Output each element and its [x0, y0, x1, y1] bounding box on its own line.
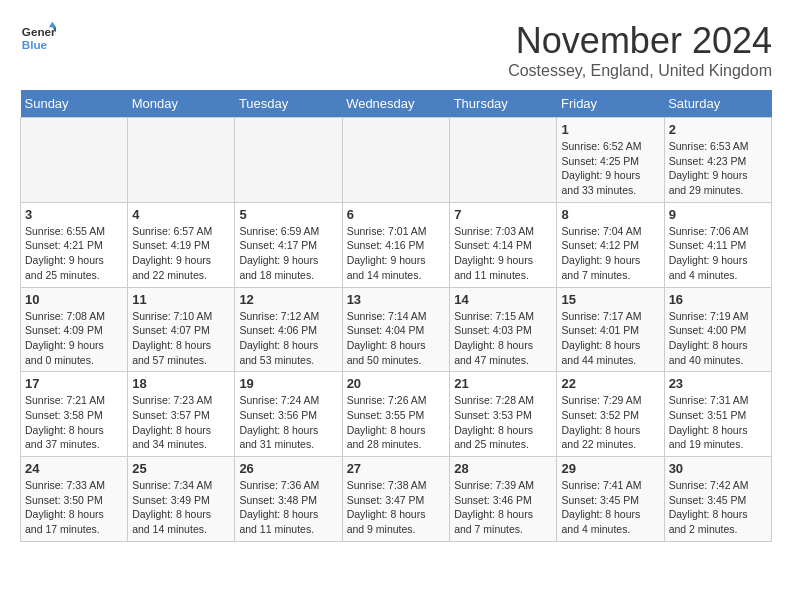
calendar-cell: 28Sunrise: 7:39 AM Sunset: 3:46 PM Dayli…: [450, 457, 557, 542]
day-number: 29: [561, 461, 659, 476]
day-info: Sunrise: 7:12 AM Sunset: 4:06 PM Dayligh…: [239, 309, 337, 368]
day-number: 24: [25, 461, 123, 476]
logo-icon: General Blue: [20, 20, 56, 56]
calendar-cell: 26Sunrise: 7:36 AM Sunset: 3:48 PM Dayli…: [235, 457, 342, 542]
day-number: 18: [132, 376, 230, 391]
calendar-cell: 16Sunrise: 7:19 AM Sunset: 4:00 PM Dayli…: [664, 287, 771, 372]
day-number: 3: [25, 207, 123, 222]
calendar-cell: 4Sunrise: 6:57 AM Sunset: 4:19 PM Daylig…: [128, 202, 235, 287]
calendar-cell: 23Sunrise: 7:31 AM Sunset: 3:51 PM Dayli…: [664, 372, 771, 457]
day-info: Sunrise: 7:23 AM Sunset: 3:57 PM Dayligh…: [132, 393, 230, 452]
calendar-cell: 10Sunrise: 7:08 AM Sunset: 4:09 PM Dayli…: [21, 287, 128, 372]
calendar-cell: 13Sunrise: 7:14 AM Sunset: 4:04 PM Dayli…: [342, 287, 450, 372]
day-number: 16: [669, 292, 767, 307]
day-number: 1: [561, 122, 659, 137]
day-info: Sunrise: 7:36 AM Sunset: 3:48 PM Dayligh…: [239, 478, 337, 537]
day-number: 28: [454, 461, 552, 476]
calendar-cell: 20Sunrise: 7:26 AM Sunset: 3:55 PM Dayli…: [342, 372, 450, 457]
day-number: 10: [25, 292, 123, 307]
calendar-cell: 2Sunrise: 6:53 AM Sunset: 4:23 PM Daylig…: [664, 118, 771, 203]
day-number: 20: [347, 376, 446, 391]
day-info: Sunrise: 7:14 AM Sunset: 4:04 PM Dayligh…: [347, 309, 446, 368]
day-info: Sunrise: 7:34 AM Sunset: 3:49 PM Dayligh…: [132, 478, 230, 537]
month-title: November 2024: [508, 20, 772, 62]
calendar-cell: 18Sunrise: 7:23 AM Sunset: 3:57 PM Dayli…: [128, 372, 235, 457]
day-info: Sunrise: 6:57 AM Sunset: 4:19 PM Dayligh…: [132, 224, 230, 283]
day-info: Sunrise: 7:01 AM Sunset: 4:16 PM Dayligh…: [347, 224, 446, 283]
calendar-cell: 22Sunrise: 7:29 AM Sunset: 3:52 PM Dayli…: [557, 372, 664, 457]
calendar-cell: 5Sunrise: 6:59 AM Sunset: 4:17 PM Daylig…: [235, 202, 342, 287]
calendar-cell: 6Sunrise: 7:01 AM Sunset: 4:16 PM Daylig…: [342, 202, 450, 287]
week-row-4: 17Sunrise: 7:21 AM Sunset: 3:58 PM Dayli…: [21, 372, 772, 457]
day-info: Sunrise: 7:24 AM Sunset: 3:56 PM Dayligh…: [239, 393, 337, 452]
day-number: 23: [669, 376, 767, 391]
header: General Blue November 2024 Costessey, En…: [20, 20, 772, 80]
day-number: 13: [347, 292, 446, 307]
day-info: Sunrise: 7:42 AM Sunset: 3:45 PM Dayligh…: [669, 478, 767, 537]
day-number: 5: [239, 207, 337, 222]
day-number: 26: [239, 461, 337, 476]
day-number: 17: [25, 376, 123, 391]
day-number: 11: [132, 292, 230, 307]
calendar-cell: 19Sunrise: 7:24 AM Sunset: 3:56 PM Dayli…: [235, 372, 342, 457]
day-info: Sunrise: 6:52 AM Sunset: 4:25 PM Dayligh…: [561, 139, 659, 198]
day-info: Sunrise: 6:53 AM Sunset: 4:23 PM Dayligh…: [669, 139, 767, 198]
day-number: 6: [347, 207, 446, 222]
day-info: Sunrise: 7:15 AM Sunset: 4:03 PM Dayligh…: [454, 309, 552, 368]
day-info: Sunrise: 7:29 AM Sunset: 3:52 PM Dayligh…: [561, 393, 659, 452]
calendar-cell: 7Sunrise: 7:03 AM Sunset: 4:14 PM Daylig…: [450, 202, 557, 287]
day-number: 27: [347, 461, 446, 476]
day-number: 8: [561, 207, 659, 222]
day-number: 15: [561, 292, 659, 307]
day-info: Sunrise: 7:21 AM Sunset: 3:58 PM Dayligh…: [25, 393, 123, 452]
day-number: 19: [239, 376, 337, 391]
calendar-cell: [128, 118, 235, 203]
day-info: Sunrise: 7:04 AM Sunset: 4:12 PM Dayligh…: [561, 224, 659, 283]
day-info: Sunrise: 7:26 AM Sunset: 3:55 PM Dayligh…: [347, 393, 446, 452]
day-info: Sunrise: 6:59 AM Sunset: 4:17 PM Dayligh…: [239, 224, 337, 283]
day-info: Sunrise: 7:19 AM Sunset: 4:00 PM Dayligh…: [669, 309, 767, 368]
calendar-cell: [21, 118, 128, 203]
header-day-saturday: Saturday: [664, 90, 771, 118]
calendar-cell: 15Sunrise: 7:17 AM Sunset: 4:01 PM Dayli…: [557, 287, 664, 372]
day-info: Sunrise: 7:28 AM Sunset: 3:53 PM Dayligh…: [454, 393, 552, 452]
day-number: 4: [132, 207, 230, 222]
calendar-table: SundayMondayTuesdayWednesdayThursdayFrid…: [20, 90, 772, 542]
day-info: Sunrise: 7:10 AM Sunset: 4:07 PM Dayligh…: [132, 309, 230, 368]
calendar-cell: 9Sunrise: 7:06 AM Sunset: 4:11 PM Daylig…: [664, 202, 771, 287]
day-info: Sunrise: 7:41 AM Sunset: 3:45 PM Dayligh…: [561, 478, 659, 537]
day-info: Sunrise: 7:33 AM Sunset: 3:50 PM Dayligh…: [25, 478, 123, 537]
calendar-cell: 1Sunrise: 6:52 AM Sunset: 4:25 PM Daylig…: [557, 118, 664, 203]
day-info: Sunrise: 7:06 AM Sunset: 4:11 PM Dayligh…: [669, 224, 767, 283]
day-info: Sunrise: 7:03 AM Sunset: 4:14 PM Dayligh…: [454, 224, 552, 283]
day-number: 22: [561, 376, 659, 391]
day-info: Sunrise: 7:39 AM Sunset: 3:46 PM Dayligh…: [454, 478, 552, 537]
week-row-5: 24Sunrise: 7:33 AM Sunset: 3:50 PM Dayli…: [21, 457, 772, 542]
header-day-monday: Monday: [128, 90, 235, 118]
day-number: 14: [454, 292, 552, 307]
calendar-cell: 21Sunrise: 7:28 AM Sunset: 3:53 PM Dayli…: [450, 372, 557, 457]
calendar-cell: 25Sunrise: 7:34 AM Sunset: 3:49 PM Dayli…: [128, 457, 235, 542]
day-number: 25: [132, 461, 230, 476]
week-row-2: 3Sunrise: 6:55 AM Sunset: 4:21 PM Daylig…: [21, 202, 772, 287]
header-day-thursday: Thursday: [450, 90, 557, 118]
calendar-cell: 29Sunrise: 7:41 AM Sunset: 3:45 PM Dayli…: [557, 457, 664, 542]
calendar-cell: [235, 118, 342, 203]
header-day-tuesday: Tuesday: [235, 90, 342, 118]
day-number: 30: [669, 461, 767, 476]
calendar-cell: [342, 118, 450, 203]
day-info: Sunrise: 7:17 AM Sunset: 4:01 PM Dayligh…: [561, 309, 659, 368]
svg-text:Blue: Blue: [22, 38, 48, 51]
location-title: Costessey, England, United Kingdom: [508, 62, 772, 80]
calendar-cell: 17Sunrise: 7:21 AM Sunset: 3:58 PM Dayli…: [21, 372, 128, 457]
week-row-1: 1Sunrise: 6:52 AM Sunset: 4:25 PM Daylig…: [21, 118, 772, 203]
header-day-friday: Friday: [557, 90, 664, 118]
day-info: Sunrise: 7:08 AM Sunset: 4:09 PM Dayligh…: [25, 309, 123, 368]
calendar-cell: 14Sunrise: 7:15 AM Sunset: 4:03 PM Dayli…: [450, 287, 557, 372]
calendar-cell: 3Sunrise: 6:55 AM Sunset: 4:21 PM Daylig…: [21, 202, 128, 287]
calendar-cell: 27Sunrise: 7:38 AM Sunset: 3:47 PM Dayli…: [342, 457, 450, 542]
title-section: November 2024 Costessey, England, United…: [508, 20, 772, 80]
day-number: 12: [239, 292, 337, 307]
week-row-3: 10Sunrise: 7:08 AM Sunset: 4:09 PM Dayli…: [21, 287, 772, 372]
day-info: Sunrise: 6:55 AM Sunset: 4:21 PM Dayligh…: [25, 224, 123, 283]
